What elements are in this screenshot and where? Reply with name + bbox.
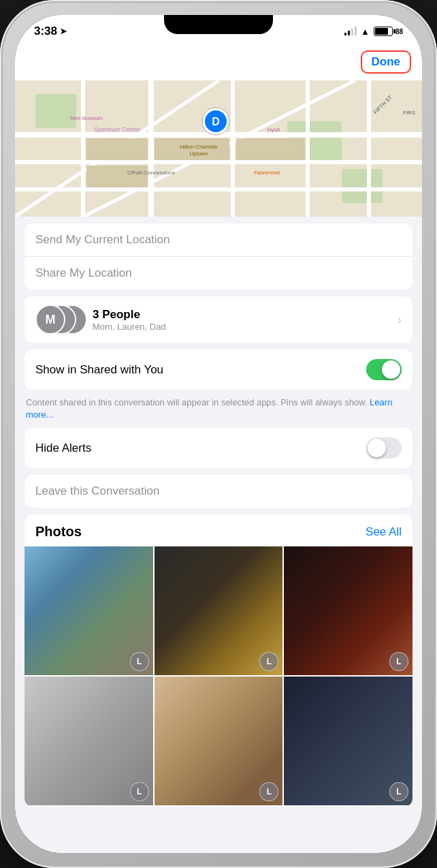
map-view[interactable]: D Spectrum Center Mint Museum Hilton Cha…	[15, 80, 422, 217]
screen: 3:38 ➤ ▲ 88	[15, 15, 422, 853]
svg-text:Hilton Charlotte: Hilton Charlotte	[180, 144, 218, 150]
wifi-icon: ▲	[361, 27, 370, 37]
leave-conversation-section: Leave this Conversation	[25, 475, 412, 508]
svg-text:Fahrenheit: Fahrenheit	[254, 170, 280, 176]
shared-with-you-description: Content shared in this conversation will…	[15, 394, 422, 428]
leave-conversation-label: Leave this Conversation	[35, 484, 159, 498]
photo-item-2[interactable]: L	[155, 546, 283, 675]
phone-screen-container: 3:38 ➤ ▲ 88	[15, 15, 422, 853]
svg-rect-3	[342, 169, 383, 203]
share-location-label: Share My Location	[35, 266, 132, 280]
signal-icon	[344, 27, 357, 35]
photos-grid: L L L L L	[25, 546, 412, 806]
people-info: 3 People Mom, Lauren, Dad	[93, 308, 166, 332]
photo-item-4[interactable]: L	[25, 677, 153, 805]
hide-alerts-label: Hide Alerts	[35, 441, 91, 455]
svg-rect-16	[86, 166, 148, 187]
photo-avatar-4: L	[130, 782, 149, 801]
photo-item-6[interactable]: L	[284, 677, 412, 805]
leave-conversation-item[interactable]: Leave this Conversation	[25, 475, 412, 508]
share-location-item[interactable]: Share My Location	[25, 257, 412, 290]
chevron-right-icon: ›	[398, 313, 402, 327]
status-time: 3:38 ➤	[34, 25, 67, 38]
svg-text:Mint Museum: Mint Museum	[70, 115, 103, 121]
photos-header: Photos See All	[25, 514, 412, 546]
photo-avatar-2: L	[259, 652, 278, 671]
svg-rect-17	[236, 138, 304, 160]
svg-text:D: D	[212, 116, 220, 127]
svg-text:CRVA-Concessions: CRVA-Concessions	[127, 170, 175, 176]
hide-alerts-section: Hide Alerts	[25, 428, 412, 468]
battery-container: 88	[374, 27, 403, 36]
shared-with-you-section: Show in Shared with You	[25, 350, 412, 390]
battery-label: 88	[395, 28, 403, 35]
shared-with-you-label: Show in Shared with You	[35, 363, 163, 377]
location-section: Send My Current Location Share My Locati…	[25, 223, 412, 290]
people-count: 3 People	[93, 308, 166, 322]
avatar-1: M	[35, 305, 65, 335]
avatars-group: M	[35, 305, 84, 335]
hide-alerts-toggle[interactable]	[366, 437, 402, 459]
photo-avatar-6: L	[389, 782, 408, 801]
people-names: Mom, Lauren, Dad	[93, 322, 166, 332]
svg-rect-14	[86, 138, 148, 160]
svg-text:FIRS: FIRS	[403, 110, 415, 116]
status-icons: ▲ 88	[344, 27, 403, 37]
notch	[164, 15, 273, 34]
people-left: M 3 People Mom, Lauren, Dad	[35, 305, 166, 335]
send-location-label: Send My Current Location	[35, 233, 170, 247]
content-area: Done	[15, 44, 422, 853]
phone-frame: 3:38 ➤ ▲ 88	[0, 0, 437, 868]
people-section[interactable]: M 3 People Mom, Lauren, Dad ›	[25, 296, 412, 343]
photos-title: Photos	[35, 524, 82, 540]
header-bar: Done	[15, 44, 422, 80]
photos-section: Photos See All L L L	[25, 514, 412, 806]
toggle-thumb	[382, 360, 400, 379]
photo-avatar-1: L	[130, 652, 149, 671]
photo-avatar-3: L	[389, 652, 408, 671]
svg-text:Hyatt: Hyatt	[268, 127, 280, 133]
battery-icon	[374, 27, 393, 36]
svg-text:Spectrum Center: Spectrum Center	[94, 126, 140, 133]
svg-rect-1	[35, 94, 76, 128]
toggle-thumb-off	[368, 439, 386, 457]
location-arrow-icon: ➤	[60, 27, 67, 36]
see-all-button[interactable]: See All	[366, 525, 402, 539]
time-label: 3:38	[34, 25, 57, 38]
svg-text:Uptown: Uptown	[189, 151, 208, 157]
send-location-item[interactable]: Send My Current Location	[25, 223, 412, 257]
photo-item-3[interactable]: L	[284, 546, 412, 675]
shared-with-you-toggle[interactable]	[366, 359, 402, 380]
done-button[interactable]: Done	[361, 50, 412, 74]
photo-item-5[interactable]: L	[155, 677, 283, 805]
map-svg: D Spectrum Center Mint Museum Hilton Cha…	[15, 80, 422, 217]
photo-item-1[interactable]: L	[25, 546, 153, 675]
photo-avatar-5: L	[259, 782, 278, 801]
